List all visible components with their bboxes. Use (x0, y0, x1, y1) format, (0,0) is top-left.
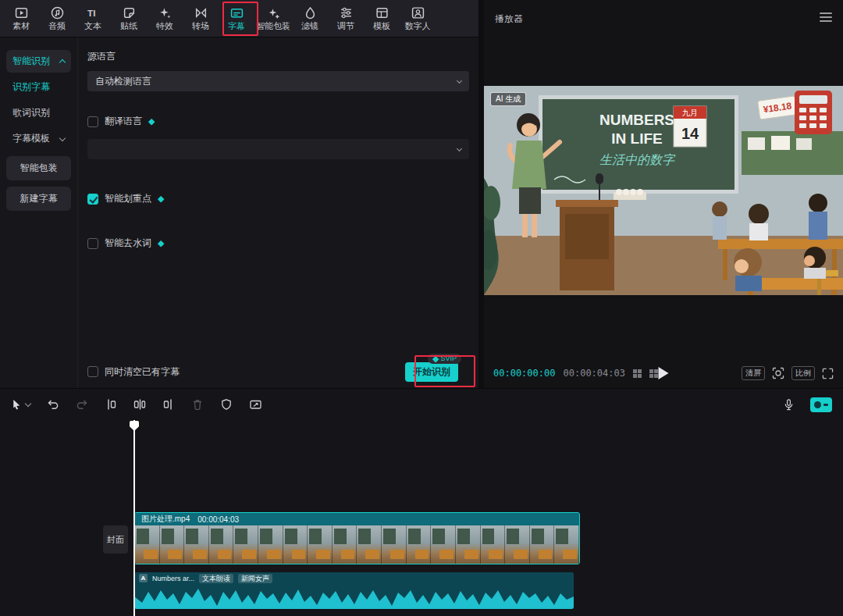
audio-clip[interactable]: A Numbers ar... 文本朗读 新闻女声 (134, 572, 574, 609)
player-controls: 00:00:00:00 00:00:04:03 清屏 比例 (484, 362, 843, 384)
toolbar-item-label: 数字人 (405, 22, 431, 30)
toolbar-item-media[interactable]: 素材 (3, 1, 39, 37)
clear-existing-label: 同时清空已有字幕 (105, 365, 180, 379)
preview-focus-icon[interactable] (772, 367, 784, 379)
svip-badge: ◆ SVIP (428, 354, 461, 364)
toolbar-item-label: 智能包装 (256, 22, 290, 30)
toolbar-item-text[interactable]: TI 文本 (75, 1, 111, 37)
toolbar-item-captions[interactable]: 字幕 (219, 1, 254, 37)
captions-icon (230, 6, 244, 20)
fullscreen-icon[interactable] (822, 368, 834, 379)
toolbar-item-adjust[interactable]: 调节 (328, 1, 364, 37)
microphone-icon[interactable] (783, 398, 795, 411)
layout-grid-icon[interactable] (633, 369, 642, 378)
sidebar-item-label: 歌词识别 (12, 106, 50, 119)
vip-diamond-icon: ◆ (158, 239, 164, 247)
chevron-down-icon (457, 77, 462, 83)
smart-highlight-checkbox[interactable] (87, 194, 98, 205)
smart-remove-filler-label: 智能去水词 (105, 237, 151, 250)
layout-grid-icon-2[interactable] (649, 369, 658, 378)
sidebar-item-label: 字幕模板 (12, 132, 50, 145)
text-icon: TI (87, 6, 100, 20)
translate-language-select[interactable] (87, 139, 469, 159)
svg-text:生活中的数字: 生活中的数字 (599, 153, 676, 166)
delete-button[interactable] (191, 398, 204, 411)
source-language-select[interactable]: 自动检测语言 (87, 71, 469, 91)
split-icon[interactable] (105, 398, 117, 411)
translate-language-checkbox[interactable] (87, 116, 98, 127)
smart-record-toggle[interactable] (810, 397, 832, 412)
source-language-value: 自动检测语言 (95, 75, 151, 88)
svg-text:九月: 九月 (682, 109, 698, 117)
media-icon (15, 6, 28, 20)
sidebar-button-smart-packaging[interactable]: 智能包装 (6, 156, 71, 180)
translate-language-row[interactable]: 翻译语言 ◆ (87, 115, 469, 128)
mask-icon[interactable] (220, 398, 233, 411)
tts-tag: 文本朗读 (199, 574, 233, 583)
player-menu-icon[interactable] (820, 12, 832, 22)
player-title: 播放器 (495, 12, 523, 26)
undo-button[interactable] (47, 398, 59, 411)
toolbar-item-transition[interactable]: 转场 (183, 1, 219, 37)
current-time: 00:00:00:00 (493, 368, 555, 379)
clear-existing-checkbox[interactable] (87, 366, 98, 377)
toolbar-item-label: 模板 (373, 22, 390, 30)
filter-icon (304, 6, 317, 20)
toolbar-item-label: 转场 (192, 22, 209, 30)
toolbar-item-filters[interactable]: 滤镜 (292, 1, 328, 37)
source-language-label: 源语言 (87, 50, 469, 63)
toolbar-item-label: 素材 (12, 22, 30, 30)
toolbar-item-label: 文本 (84, 22, 101, 30)
voice-tag: 新闻女声 (238, 574, 272, 583)
audio-waveform (134, 585, 574, 609)
delete-left-icon[interactable] (133, 398, 146, 411)
toolbar-item-effects[interactable]: 特效 (147, 1, 183, 37)
video-clip-duration: 00:00:04:03 (197, 515, 239, 524)
sidebar-item-smart-recognition[interactable]: 智能识别 (6, 50, 71, 73)
toolbar-item-sticker[interactable]: 贴纸 (111, 1, 147, 37)
start-recognition-button[interactable]: 开始识别 (405, 362, 458, 382)
smart-remove-filler-row[interactable]: 智能去水词 ◆ (87, 237, 469, 250)
cursor-icon (11, 398, 23, 411)
select-tool[interactable] (11, 398, 30, 411)
svg-text:IN LIFE: IN LIFE (611, 130, 662, 147)
total-duration: 00:00:04:03 (563, 368, 624, 379)
settings-bottom-bar: 同时清空已有字幕 ◆ SVIP 开始识别 (78, 355, 478, 388)
toolbar-item-templates[interactable]: 模板 (364, 1, 400, 37)
clear-existing-row[interactable]: 同时清空已有字幕 (87, 365, 180, 379)
effects-icon (158, 6, 172, 20)
smart-packaging-icon (267, 6, 280, 20)
vip-diamond-icon: ◆ (158, 194, 164, 203)
redo-button[interactable] (76, 398, 88, 411)
svip-label: SVIP (440, 354, 457, 362)
toolbar-item-audio[interactable]: 音频 (39, 1, 75, 37)
cover-button[interactable]: 封面 (103, 525, 128, 554)
edit-box-icon[interactable] (249, 398, 262, 411)
captions-sidebar: 智能识别 识别字幕 歌词识别 字幕模板 智能包装 新建字幕 (0, 37, 78, 388)
sidebar-item-subtitle-templates[interactable]: 字幕模板 (6, 127, 71, 150)
smart-highlight-row[interactable]: 智能划重点 ◆ (87, 192, 469, 205)
template-icon (375, 6, 389, 20)
smart-remove-filler-checkbox[interactable] (87, 238, 98, 249)
sidebar-item-recognize-subtitles[interactable]: 识别字幕 (6, 76, 71, 98)
video-clip-thumbnails (135, 525, 579, 564)
svg-text:14: 14 (681, 125, 699, 142)
toolbar-item-label: 字幕 (228, 22, 245, 30)
play-button[interactable] (659, 367, 669, 379)
video-clip[interactable]: 图片处理.mp4 00:00:04:03 (134, 512, 580, 564)
clear-screen-button[interactable]: 清屏 (742, 366, 765, 380)
digital-human-icon (411, 6, 425, 20)
sidebar-item-label: 识别字幕 (12, 80, 50, 94)
delete-right-icon[interactable] (162, 398, 175, 411)
top-toolbar: 素材 音频 TI 文本 贴纸 特效 转场 字幕 智能包装 (0, 0, 478, 37)
audio-clip-name: Numbers ar... (152, 575, 194, 582)
sidebar-button-new-subtitle[interactable]: 新建字幕 (6, 187, 71, 211)
playhead[interactable] (133, 420, 135, 616)
toolbar-item-digital-human[interactable]: 数字人 (400, 1, 436, 37)
aspect-ratio-button[interactable]: 比例 (791, 366, 815, 380)
toolbar-item-smart-packaging[interactable]: 智能包装 (254, 1, 292, 37)
sidebar-item-lyrics-recognition[interactable]: 歌词识别 (6, 101, 71, 124)
video-preview[interactable]: AI 生成 NUMBERS IN LIFE 生活中的数字 (484, 86, 843, 295)
chevron-down-icon (457, 145, 462, 151)
toolbar-item-label: 音频 (48, 22, 66, 30)
